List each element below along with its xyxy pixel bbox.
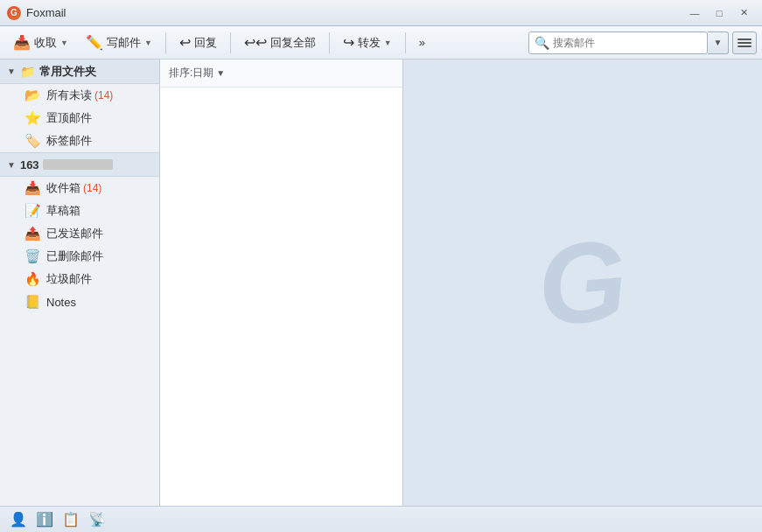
- junk-icon: 🔥: [24, 271, 41, 287]
- reply-all-label: 回复全部: [270, 35, 316, 51]
- forward-dropdown-arrow: ▼: [384, 38, 392, 47]
- forward-label: 转发: [358, 35, 381, 51]
- separator-1: [165, 32, 166, 53]
- common-folders-arrow: ▼: [7, 66, 16, 76]
- email-list-panel: 排序:日期 ▼: [160, 60, 403, 506]
- sidebar-item-sent[interactable]: 📤 已发送邮件: [0, 222, 159, 245]
- sidebar: ▼ 📁 常用文件夹 📂 所有未读 (14) ⭐ 置顶邮件 🏷️ 标签邮件 ▼ 1…: [0, 60, 160, 506]
- inbox-badge: (14): [83, 182, 101, 194]
- sent-label: 已发送邮件: [46, 226, 103, 242]
- compose-dropdown-arrow: ▼: [144, 38, 152, 47]
- menu-line-1: [738, 38, 752, 40]
- deleted-icon: 🗑️: [24, 248, 41, 264]
- separator-4: [405, 32, 406, 53]
- all-unread-label: 所有未读: [46, 88, 92, 103]
- compose-button[interactable]: ✏️ 写邮件 ▼: [78, 30, 160, 56]
- receive-dropdown-arrow: ▼: [60, 38, 68, 47]
- junk-label: 垃圾邮件: [46, 271, 92, 287]
- main-content: ▼ 📁 常用文件夹 📂 所有未读 (14) ⭐ 置顶邮件 🏷️ 标签邮件 ▼ 1…: [0, 60, 762, 506]
- title-bar: G Foxmail — □ ✕: [0, 0, 762, 26]
- inbox-icon: 📥: [24, 180, 41, 196]
- compose-icon: ✏️: [86, 34, 103, 51]
- tagged-mail-icon: 🏷️: [24, 133, 41, 149]
- search-icon: 🔍: [535, 36, 549, 50]
- main-menu-button[interactable]: [732, 32, 757, 54]
- app-title: Foxmail: [26, 6, 683, 19]
- common-folders-icon: 📁: [20, 65, 35, 79]
- statusbar-compose-button[interactable]: 📋: [59, 510, 82, 529]
- account-email: [43, 159, 113, 170]
- receive-button[interactable]: 📥 收取 ▼: [5, 30, 76, 56]
- all-unread-icon: 📂: [24, 88, 41, 103]
- statusbar: 👤 ℹ️ 📋 📡: [0, 506, 762, 532]
- sent-icon: 📤: [24, 226, 41, 242]
- top-mail-label: 置顶邮件: [46, 110, 92, 126]
- sidebar-item-inbox[interactable]: 📥 收件箱 (14): [0, 177, 159, 200]
- toolbar: 📥 收取 ▼ ✏️ 写邮件 ▼ ↩ 回复 ↩↩ 回复全部 ↪ 转发 ▼ » 🔍 …: [0, 26, 762, 60]
- reply-all-icon: ↩↩: [244, 34, 267, 51]
- deleted-label: 已删除邮件: [46, 248, 103, 264]
- sidebar-item-notes[interactable]: 📒 Notes: [0, 290, 159, 313]
- common-folders-label: 常用文件夹: [39, 64, 96, 80]
- notes-icon: 📒: [24, 294, 41, 310]
- drafts-label: 草稿箱: [46, 203, 80, 219]
- search-box: 🔍: [528, 32, 708, 54]
- notes-label: Notes: [46, 296, 76, 309]
- forward-button[interactable]: ↪ 转发 ▼: [335, 30, 400, 56]
- separator-2: [230, 32, 231, 53]
- statusbar-info-button[interactable]: ℹ️: [33, 510, 56, 529]
- sidebar-item-drafts[interactable]: 📝 草稿箱: [0, 200, 159, 222]
- statusbar-rss-button[interactable]: 📡: [86, 510, 108, 529]
- app-icon: G: [7, 6, 21, 20]
- more-toolbar-button[interactable]: »: [411, 30, 433, 56]
- sort-label[interactable]: 排序:日期: [169, 66, 213, 80]
- minimize-button[interactable]: —: [683, 4, 706, 22]
- search-area: 🔍 ▼: [528, 32, 757, 54]
- account-header[interactable]: ▼ 163: [0, 152, 159, 177]
- account-number-label: 163: [20, 158, 39, 172]
- drafts-icon: 📝: [24, 203, 41, 219]
- tagged-mail-label: 标签邮件: [46, 133, 92, 149]
- account-arrow: ▼: [7, 160, 16, 170]
- window-controls: — □ ✕: [683, 4, 755, 22]
- search-input[interactable]: [553, 37, 702, 49]
- compose-label: 写邮件: [107, 35, 141, 51]
- receive-label: 收取: [34, 35, 57, 51]
- search-dropdown-button[interactable]: ▼: [708, 32, 729, 54]
- reply-label: 回复: [194, 35, 217, 51]
- forward-icon: ↪: [343, 34, 354, 51]
- all-unread-badge: (14): [94, 89, 113, 102]
- separator-3: [329, 32, 330, 53]
- reply-icon: ↩: [179, 34, 191, 51]
- sort-bar: 排序:日期 ▼: [160, 60, 402, 88]
- preview-panel: G: [403, 60, 762, 506]
- common-folders-header[interactable]: ▼ 📁 常用文件夹: [0, 60, 159, 84]
- sidebar-item-junk[interactable]: 🔥 垃圾邮件: [0, 268, 159, 290]
- sidebar-item-top-mail[interactable]: ⭐ 置顶邮件: [0, 107, 159, 130]
- receive-icon: 📥: [13, 34, 31, 51]
- sort-arrow: ▼: [216, 68, 225, 78]
- inbox-label: 收件箱: [46, 180, 80, 196]
- sidebar-item-all-unread[interactable]: 📂 所有未读 (14): [0, 84, 159, 107]
- statusbar-person-button[interactable]: 👤: [7, 510, 30, 529]
- reply-button[interactable]: ↩ 回复: [171, 30, 225, 56]
- foxmail-logo: G: [7, 6, 21, 20]
- sidebar-item-tagged-mail[interactable]: 🏷️ 标签邮件: [0, 130, 159, 152]
- foxmail-watermark: G: [533, 214, 633, 352]
- top-mail-icon: ⭐: [24, 110, 41, 126]
- email-list-content: [160, 88, 402, 506]
- close-button[interactable]: ✕: [732, 4, 755, 22]
- menu-line-2: [738, 42, 752, 44]
- maximize-button[interactable]: □: [708, 4, 731, 22]
- menu-line-3: [738, 46, 752, 47]
- sidebar-item-deleted[interactable]: 🗑️ 已删除邮件: [0, 245, 159, 268]
- reply-all-button[interactable]: ↩↩ 回复全部: [236, 30, 324, 56]
